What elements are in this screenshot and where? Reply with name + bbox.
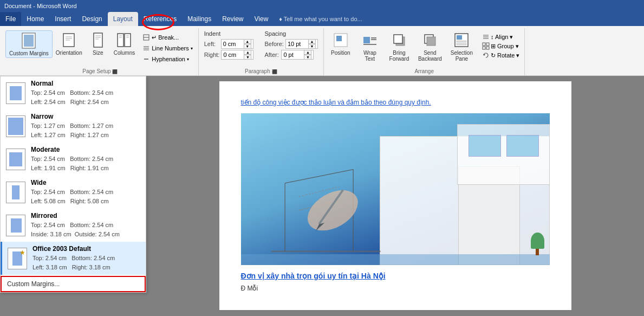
menu-design[interactable]: Design (76, 12, 107, 26)
margin-option-wide[interactable]: Wide Top: 2.54 cm Bottom: 2.54 cm Left: … (1, 176, 146, 209)
menu-references[interactable]: References (138, 12, 182, 26)
send-backward-icon (421, 31, 439, 49)
group-button[interactable]: ⊞ Group ▾ (480, 42, 522, 50)
menu-mailings[interactable]: Mailings (182, 12, 217, 26)
margins-button[interactable]: Custom Margins (5, 30, 53, 58)
title-bar-text: Document - Microsoft Word (4, 3, 77, 9)
doc-image (241, 113, 550, 265)
svg-rect-35 (457, 43, 466, 45)
margin-icon-wide (6, 182, 25, 203)
wrap-text-button[interactable]: WrapText (356, 30, 383, 63)
margin-option-narrow[interactable]: Narrow Top: 1.27 cm Bottom: 1.27 cm Left… (1, 109, 146, 143)
hyphenation-button[interactable]: Hyphenation ▾ (140, 54, 194, 64)
spacing-after-down[interactable]: ▼ (304, 55, 311, 60)
menu-tellme[interactable]: ♦ Tell me what you want to do... (274, 12, 367, 26)
breaks-button[interactable]: ↵ Break... (140, 33, 194, 42)
spacing-after-up[interactable]: ▲ (304, 50, 311, 55)
margin-option-mirrored[interactable]: Mirrored Top: 2.54 cm Bottom: 2.54 cm In… (1, 209, 146, 242)
doc-subtext: Đ Mỗi (241, 283, 550, 294)
svg-rect-42 (486, 47, 489, 49)
columns-icon (115, 31, 133, 49)
spacing-header: Spacing (264, 30, 317, 37)
spacing-before-down[interactable]: ▼ (308, 44, 316, 49)
indent-left-row: Left: 0 cm ▲ ▼ (204, 39, 254, 49)
hyphenation-dropdown-arrow[interactable]: ▾ (187, 57, 189, 62)
indent-right-row: Right: 0 cm ▲ ▼ (204, 50, 254, 60)
margin-info-normal: Normal Top: 2.54 cm Bottom: 2.54 cm Left… (31, 80, 140, 106)
margin-option-moderate[interactable]: Moderate Top: 2.54 cm Bottom: 2.54 cm Le… (1, 143, 146, 176)
align-label: ↕ Align ▾ (491, 34, 513, 41)
bring-forward-icon (391, 31, 408, 49)
size-button[interactable]: Size (86, 30, 110, 57)
spacing-after-row: After: 0 pt ▲ ▼ (264, 50, 317, 60)
margins-icon (20, 32, 37, 49)
orientation-button[interactable]: Orientation (53, 30, 86, 57)
margin-name-normal: Normal (31, 80, 140, 87)
indent-right-up[interactable]: ▲ (244, 50, 251, 55)
line-numbers-dropdown-arrow[interactable]: ▾ (191, 46, 193, 51)
selection-pane-button[interactable]: SelectionPane (447, 30, 476, 63)
spacing-before-input[interactable]: 10 pt ▲ ▼ (285, 39, 318, 49)
breaks-label: ↵ Break... (152, 34, 179, 41)
title-bar: Document - Microsoft Word (0, 0, 644, 12)
ribbon: Custom Margins Orientation (0, 26, 644, 76)
margin-detail-office2003: Top: 2.54 cm Bottom: 2.54 cm Left: 3.18 … (32, 254, 140, 272)
menu-layout[interactable]: Layout (108, 12, 138, 26)
page-setup-group-label: Page Setup ⬛ (2, 68, 198, 74)
page-setup-expand-icon[interactable]: ⬛ (112, 69, 118, 74)
menu-file[interactable]: File (0, 12, 21, 26)
menu-insert[interactable]: Insert (49, 12, 76, 26)
margin-detail-narrow: Top: 1.27 cm Bottom: 1.27 cm Left: 1.27 … (31, 121, 140, 139)
selection-pane-icon (453, 31, 470, 49)
paragraph-expand-icon[interactable]: ⬛ (272, 69, 277, 74)
doc-page: tiến độ công việc được thảo luận và đảm … (219, 81, 571, 310)
indent-left-label: Left: (204, 41, 219, 47)
bring-forward-label: BringForward (389, 50, 409, 62)
margin-option-office2003[interactable]: ★ Office 2003 Default Top: 2.54 cm Botto… (1, 242, 146, 275)
line-numbers-button[interactable]: Line Numbers ▾ (140, 43, 194, 53)
menu-home[interactable]: Home (21, 12, 49, 26)
paragraph-group-label: Paragraph ⬛ (199, 68, 323, 74)
spacing-before-value: 10 pt (288, 41, 308, 47)
indent-left-input[interactable]: 0 cm ▲ ▼ (221, 39, 253, 49)
spacing-after-value: 0 pt (283, 51, 304, 58)
spacing-after-input[interactable]: 0 pt ▲ ▼ (281, 50, 314, 60)
svg-rect-34 (457, 41, 466, 42)
margin-name-wide: Wide (31, 179, 140, 186)
indent-right-input[interactable]: 0 cm ▲ ▼ (221, 50, 253, 60)
send-backward-label: SendBackward (418, 50, 442, 62)
spacing-after-spinner[interactable]: ▲ ▼ (304, 50, 311, 60)
menu-view[interactable]: View (249, 12, 274, 26)
columns-button[interactable]: Columns (110, 30, 138, 57)
menu-bar: File Home Insert Design Layout Reference… (0, 12, 644, 26)
size-label: Size (93, 50, 103, 56)
indent-right-down[interactable]: ▼ (244, 55, 251, 60)
spacing-before-label: Before: (264, 41, 283, 47)
svg-rect-40 (486, 43, 489, 46)
spacing-before-row: Before: 10 pt ▲ ▼ (264, 39, 317, 49)
margin-icon-moderate (6, 149, 25, 170)
spacing-before-up[interactable]: ▲ (308, 39, 316, 44)
hyphenation-label: Hyphenation (152, 56, 185, 62)
indent-left-down[interactable]: ▼ (244, 44, 251, 49)
spacing-before-spinner[interactable]: ▲ ▼ (308, 39, 316, 49)
menu-review[interactable]: Review (217, 12, 249, 26)
rotate-button[interactable]: ↻ Rotate ▾ (480, 51, 522, 60)
align-button[interactable]: ↕ Align ▾ (480, 33, 522, 41)
custom-margins-button[interactable]: Custom Margins... (1, 276, 146, 292)
svg-line-47 (285, 170, 353, 183)
margin-info-wide: Wide Top: 2.54 cm Bottom: 2.54 cm Left: … (31, 179, 140, 205)
architecture-image (241, 113, 550, 265)
indent-left-spinner[interactable]: ▲ ▼ (244, 39, 251, 49)
bring-forward-button[interactable]: BringForward (386, 30, 413, 63)
margin-option-normal[interactable]: Normal Top: 2.54 cm Bottom: 2.54 cm Left… (1, 76, 146, 109)
margin-icon-narrow (6, 115, 25, 137)
position-button[interactable]: Position (327, 30, 354, 57)
svg-rect-31 (427, 37, 435, 46)
margin-detail-normal: Top: 2.54 cm Bottom: 2.54 cm Left: 2.54 … (31, 88, 140, 106)
send-backward-button[interactable]: SendBackward (415, 30, 445, 63)
svg-rect-41 (483, 47, 485, 49)
margin-detail-mirrored: Top: 2.54 cm Bottom: 2.54 cm Inside: 3.1… (31, 221, 140, 238)
indent-right-spinner[interactable]: ▲ ▼ (244, 50, 251, 60)
indent-left-up[interactable]: ▲ (244, 39, 251, 44)
